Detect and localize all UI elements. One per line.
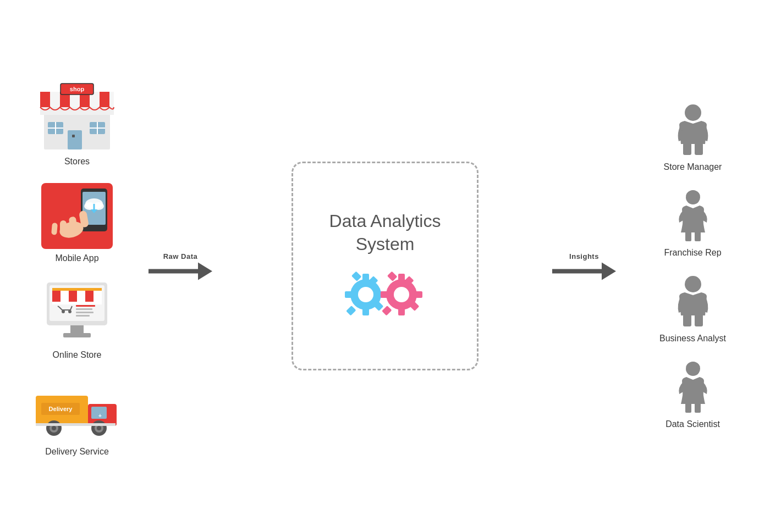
- svg-rect-86: [695, 231, 701, 241]
- svg-text:shop: shop: [70, 86, 85, 92]
- svg-rect-92: [695, 403, 701, 413]
- right-column: Store Manager Franchise Rep: [659, 103, 726, 429]
- arrow-left-line: [148, 269, 198, 274]
- svg-rect-30: [69, 217, 77, 232]
- store-manager-label: Store Manager: [664, 162, 722, 172]
- svg-rect-85: [685, 231, 691, 241]
- svg-rect-45: [76, 308, 92, 310]
- stakeholder-data-scientist: Data Scientist: [666, 360, 720, 429]
- svg-rect-16: [100, 92, 109, 107]
- insights-label: Insights: [569, 252, 599, 261]
- svg-rect-80: [382, 306, 392, 315]
- data-scientist-icon: [671, 360, 715, 415]
- business-analyst-icon: [671, 274, 715, 329]
- delivery-icon: Delivery +: [33, 376, 121, 442]
- svg-rect-89: [695, 314, 703, 326]
- svg-point-72: [394, 287, 409, 302]
- svg-rect-41: [52, 288, 102, 291]
- svg-rect-35: [70, 325, 84, 334]
- svg-text:Delivery: Delivery: [49, 406, 73, 412]
- svg-rect-75: [415, 291, 422, 298]
- svg-rect-44: [76, 305, 95, 307]
- gears-icon: [336, 267, 435, 322]
- arrow-left-head: [198, 263, 212, 280]
- system-title: Data AnalyticsSystem: [329, 210, 441, 256]
- svg-rect-2: [72, 135, 75, 137]
- svg-point-81: [685, 104, 701, 121]
- data-analytics-system-box: Data AnalyticsSystem: [292, 162, 479, 370]
- svg-rect-13: [40, 92, 50, 107]
- svg-rect-78: [387, 271, 397, 281]
- source-delivery-service: Delivery + Delivery Service: [33, 376, 121, 457]
- svg-point-87: [685, 276, 701, 292]
- svg-point-56: [52, 426, 56, 430]
- svg-rect-73: [398, 274, 405, 281]
- svg-rect-64: [362, 308, 369, 315]
- svg-rect-31: [60, 220, 67, 234]
- business-analyst-label: Business Analyst: [659, 334, 726, 343]
- svg-rect-36: [63, 333, 91, 337]
- svg-rect-70: [346, 306, 356, 315]
- stores-label: Stores: [64, 157, 90, 167]
- svg-rect-1: [68, 130, 82, 149]
- arrow-right-head: [602, 263, 616, 280]
- stakeholder-business-analyst: Business Analyst: [659, 274, 726, 343]
- online-store-icon: [38, 280, 116, 346]
- svg-rect-91: [685, 403, 691, 413]
- source-mobile-app: Mobile App: [41, 183, 113, 263]
- mobile-app-label: Mobile App: [55, 253, 98, 263]
- svg-rect-68: [351, 271, 361, 281]
- stakeholder-store-manager: Store Manager: [664, 103, 722, 172]
- svg-rect-74: [398, 308, 405, 315]
- svg-rect-47: [76, 315, 90, 317]
- svg-rect-76: [381, 291, 388, 298]
- arrow-right-line: [552, 269, 602, 274]
- franchise-rep-icon: [671, 189, 715, 243]
- svg-rect-66: [345, 291, 353, 298]
- svg-rect-83: [695, 143, 703, 155]
- store-manager-icon: [671, 103, 715, 158]
- source-stores: shop Stores: [36, 75, 118, 167]
- left-column: shop Stores: [33, 75, 121, 457]
- svg-rect-60: [36, 423, 116, 426]
- raw-data-label: Raw Data: [163, 252, 198, 261]
- source-online-store: Online Store: [38, 280, 116, 360]
- svg-rect-46: [76, 312, 94, 313]
- svg-text:+: +: [98, 413, 102, 419]
- shop-icon: shop: [36, 75, 118, 152]
- svg-rect-82: [683, 143, 691, 155]
- insights-arrow: Insights: [552, 252, 616, 280]
- data-scientist-label: Data Scientist: [666, 419, 720, 429]
- franchise-rep-label: Franchise Rep: [664, 248, 722, 258]
- diagram-container: shop Stores: [0, 0, 770, 532]
- arrow-left-shape: [148, 263, 212, 280]
- mobile-app-icon: [41, 183, 113, 249]
- stakeholder-franchise-rep: Franchise Rep: [664, 189, 722, 258]
- svg-rect-63: [362, 274, 369, 281]
- arrow-right-shape: [552, 263, 616, 280]
- online-store-label: Online Store: [53, 350, 102, 360]
- svg-point-59: [97, 426, 101, 430]
- delivery-service-label: Delivery Service: [45, 447, 109, 457]
- svg-rect-88: [683, 314, 691, 326]
- svg-point-62: [358, 287, 373, 302]
- raw-data-arrow: Raw Data: [148, 252, 212, 280]
